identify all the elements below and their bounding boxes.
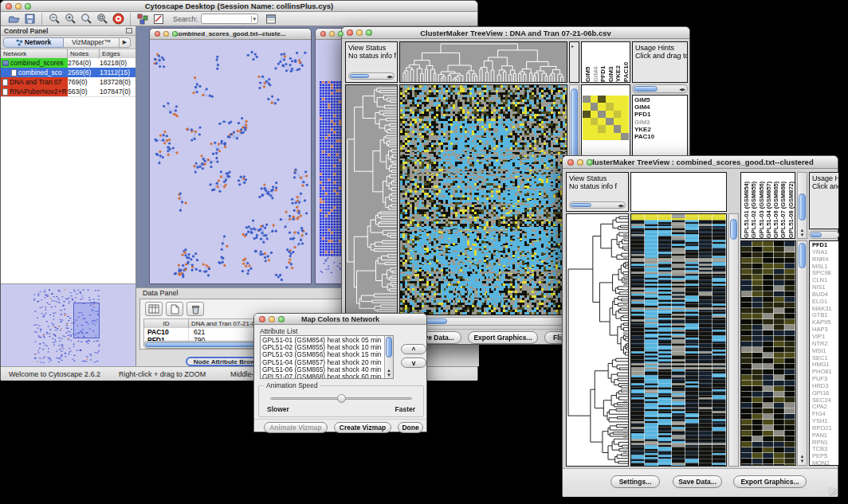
attribute-item[interactable]: GPL51-07 (GSM868) heat shock 60 min xyxy=(261,373,393,379)
zoom-in-icon[interactable] xyxy=(62,12,78,26)
column-dendrogram-canvas[interactable] xyxy=(400,42,567,82)
scroll-thumb[interactable] xyxy=(730,219,737,240)
treeview-dna-titlebar[interactable]: ClusterMaker TreeView : DNA and Tran 07-… xyxy=(342,27,689,39)
matrix-cell[interactable] xyxy=(591,118,599,125)
network-table-row[interactable]: RNAPuberNov2+R 563(0) 107847(0) xyxy=(1,87,135,96)
attribute-list[interactable]: GPL51-01 (GSM854) heat shock 05 minGPL51… xyxy=(260,335,394,379)
matrix-cell[interactable] xyxy=(598,125,606,132)
close-button[interactable] xyxy=(6,3,12,10)
annotation-icon[interactable] xyxy=(151,12,167,26)
matrix-cell[interactable] xyxy=(591,103,599,110)
scroll-thumb[interactable] xyxy=(634,86,658,92)
matrix-cell[interactable] xyxy=(621,103,629,110)
array-labels-pane[interactable]: GPL51-01 (GSM854)GPL51-02 (GSM855)GPL51-… xyxy=(740,172,795,239)
matrix-cell[interactable] xyxy=(598,111,606,118)
matrix-cell[interactable] xyxy=(598,96,606,103)
close-button[interactable] xyxy=(567,159,574,166)
heatmap-canvas[interactable] xyxy=(400,85,567,315)
col-network[interactable]: Network xyxy=(1,49,68,58)
resize-grip[interactable] xyxy=(828,487,837,496)
matrix-cell[interactable] xyxy=(614,111,622,118)
global-heatmap-vscroll[interactable] xyxy=(728,213,739,467)
network-overview-panel[interactable] xyxy=(1,283,135,366)
export-graphics-button[interactable]: Export Graphics... xyxy=(733,475,807,488)
matrix-cell[interactable] xyxy=(583,111,591,118)
matrix-cell[interactable] xyxy=(583,133,591,140)
create-vizmap-button[interactable]: Create Vizmap xyxy=(334,422,391,433)
close-button[interactable] xyxy=(320,31,326,37)
matrix-cell[interactable] xyxy=(583,103,591,110)
matrix-cell[interactable] xyxy=(606,96,614,103)
zoom-heatmap-vscroll[interactable]: ▲▼ xyxy=(797,240,807,466)
scroll-arrows[interactable]: ▲▼ xyxy=(798,454,807,463)
matrix-cell[interactable] xyxy=(621,125,629,132)
scroll-arrows[interactable]: ▲▼ xyxy=(385,368,393,377)
matrix-cell[interactable] xyxy=(621,118,629,125)
matrix-cell[interactable] xyxy=(606,125,614,132)
network-overview-icon[interactable] xyxy=(135,12,151,26)
scroll-arrows[interactable]: ◀▶ xyxy=(618,203,624,208)
tab-overflow-arrow[interactable]: ▶ xyxy=(120,37,131,48)
matrix-cell[interactable] xyxy=(583,125,591,132)
matrix-cell[interactable] xyxy=(614,96,622,103)
matrix-cell[interactable] xyxy=(591,133,599,140)
zoom-button[interactable] xyxy=(338,31,344,37)
matrix-cell[interactable] xyxy=(621,96,629,103)
gene-labels-pane[interactable]: PFD1YRA1RNR4MSL1SPC98CLN1NIS1BUD4ELG1MAK… xyxy=(809,240,839,466)
matrix-cell[interactable] xyxy=(583,118,591,125)
strip-arrow-icon[interactable]: ▸ xyxy=(571,43,574,49)
close-button[interactable] xyxy=(259,316,265,322)
minimize-button[interactable] xyxy=(577,159,583,166)
matrix-cell[interactable] xyxy=(598,103,606,110)
row-dendrogram-pane[interactable] xyxy=(345,84,398,315)
usage-hints-hscroll[interactable] xyxy=(809,231,839,239)
zoom-button[interactable] xyxy=(278,316,285,322)
overview-canvas[interactable] xyxy=(2,285,135,366)
save-data-button[interactable]: Save Data... xyxy=(673,475,722,488)
matrix-cell[interactable] xyxy=(614,133,622,140)
scroll-thumb[interactable] xyxy=(799,243,806,268)
matrix-cell[interactable] xyxy=(606,118,614,125)
zoom-heatmap-pane[interactable] xyxy=(740,240,796,466)
treeview-combined-titlebar[interactable]: ClusterMaker TreeView : combined_scores_… xyxy=(563,156,838,169)
network-canvas[interactable] xyxy=(150,40,311,283)
matrix-cell[interactable] xyxy=(583,96,591,103)
dendro-scroll-strip[interactable]: ▸ xyxy=(569,41,579,83)
close-button[interactable] xyxy=(155,31,160,37)
speed-slider-thumb[interactable] xyxy=(337,394,346,403)
row-dendrogram-canvas[interactable] xyxy=(346,85,397,315)
matrix-cell[interactable] xyxy=(606,111,614,118)
column-dendrogram-pane[interactable] xyxy=(399,41,567,83)
main-titlebar[interactable]: Cytoscape Desktop (Session Name: collins… xyxy=(1,1,477,12)
float-panel-icon[interactable] xyxy=(126,28,132,33)
array-labels-vscroll[interactable]: ▲▼ xyxy=(797,172,807,239)
view-status-hscroll[interactable]: ◀▶ xyxy=(348,72,395,80)
save-button[interactable] xyxy=(22,12,37,26)
close-button[interactable] xyxy=(347,29,353,36)
matrix-cell[interactable] xyxy=(606,103,614,110)
new-attribute-icon[interactable] xyxy=(166,302,183,316)
minimize-button[interactable] xyxy=(356,29,363,36)
attribute-select-icon[interactable] xyxy=(145,302,163,316)
network-table-row[interactable]: combined_sco 2569(6) 13112(15) xyxy=(1,68,135,77)
scroll-thumb[interactable] xyxy=(386,337,392,357)
tab-vizmapper[interactable]: VizMapper™ xyxy=(64,37,120,48)
scroll-thumb[interactable] xyxy=(799,193,806,221)
column-labels-pane[interactable]: GIM5GIM4PFD1GIM3YKE2PAC10 xyxy=(581,41,630,83)
animate-vizmap-button[interactable]: Animate Vizmap xyxy=(264,422,328,433)
move-down-button[interactable]: v xyxy=(401,357,426,368)
delete-attribute-icon[interactable] xyxy=(186,302,204,316)
network-window-1-titlebar[interactable]: combined_scores_good.txt--cluste... xyxy=(150,29,311,40)
zoom-button[interactable] xyxy=(587,159,593,166)
minimize-button[interactable] xyxy=(329,31,335,37)
matrix-cell[interactable] xyxy=(621,133,629,140)
attribute-browser-icon[interactable] xyxy=(263,12,279,26)
matrix-cell[interactable] xyxy=(621,111,629,118)
scroll-arrows[interactable]: ◀▶ xyxy=(679,87,685,92)
view-status-hscroll[interactable]: ◀▶ xyxy=(569,201,626,209)
move-up-button[interactable]: ^ xyxy=(401,344,426,354)
global-heatmap-canvas[interactable] xyxy=(631,214,726,466)
matrix-cell[interactable] xyxy=(591,111,599,118)
scroll-arrows[interactable]: ◀▶ xyxy=(387,74,393,79)
dialog-titlebar[interactable]: Map Colors to Network xyxy=(254,314,426,325)
